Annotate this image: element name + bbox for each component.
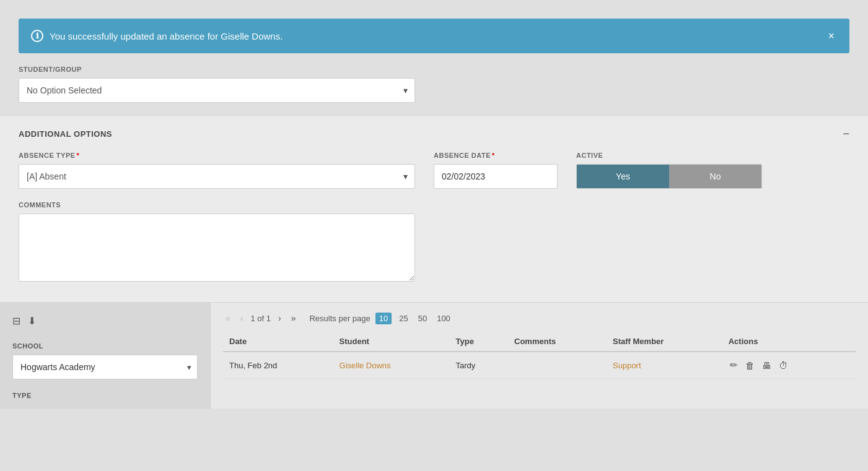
student-group-select[interactable]: No Option Selected (19, 78, 415, 103)
absence-date-required: * (492, 152, 495, 159)
cell-comments (508, 352, 607, 379)
first-page-button[interactable]: « (223, 312, 233, 324)
page-info: 1 of 1 (250, 314, 271, 323)
print-action-button[interactable]: 🖶 (761, 359, 773, 372)
absence-type-required: * (77, 152, 80, 159)
active-no-button[interactable]: No (669, 165, 761, 188)
school-select[interactable]: Hogwarts Academy (12, 355, 198, 379)
options-row: ABSENCE TYPE* [A] Absent ▾ ABSENCE DATE* (19, 152, 849, 189)
cell-actions: ✏ 🗑 🖶 ⏱ (722, 352, 856, 379)
alert-banner: ℹ You successfully updated an absence fo… (19, 19, 849, 53)
col-student: Student (333, 332, 450, 352)
school-select-wrapper: Hogwarts Academy ▾ (12, 355, 198, 379)
per-page-10-button[interactable]: 10 (375, 313, 392, 324)
table-body: Thu, Feb 2nd Giselle Downs Tardy Support… (223, 352, 856, 379)
col-date: Date (223, 332, 333, 352)
results-per-page-label: Results per page (309, 314, 370, 323)
type-label: TYPE (12, 392, 198, 399)
delete-action-button[interactable]: 🗑 (744, 359, 756, 372)
active-toggle: Yes No (576, 164, 762, 189)
student-group-section: STUDENT/GROUP No Option Selected ▾ (0, 53, 868, 115)
bottom-section: ⊟ ⬇ SCHOOL Hogwarts Academy ▾ TYPE « ‹ 1… (0, 303, 868, 408)
active-toggle-group: ACTIVE Yes No (576, 152, 762, 189)
sidebar: ⊟ ⬇ SCHOOL Hogwarts Academy ▾ TYPE (0, 303, 211, 408)
cell-date: Thu, Feb 2nd (223, 352, 333, 379)
results-table: Date Student Type Comments Staff Member … (223, 332, 856, 379)
prev-page-button[interactable]: ‹ (238, 312, 246, 324)
col-comments: Comments (508, 332, 607, 352)
sidebar-tools: ⊟ ⬇ (12, 312, 198, 330)
edit-action-button[interactable]: ✏ (729, 358, 739, 372)
alert-close-button[interactable]: × (825, 30, 837, 41)
col-actions: Actions (722, 332, 856, 352)
absence-type-group: ABSENCE TYPE* [A] Absent ▾ (19, 152, 415, 189)
collapse-button[interactable]: − (843, 128, 849, 139)
next-page-button[interactable]: › (276, 312, 284, 324)
filter-icon[interactable]: ⊟ (12, 315, 20, 327)
absence-date-label: ABSENCE DATE* (434, 152, 558, 159)
col-type: Type (450, 332, 508, 352)
alert-message: You successfully updated an absence for … (50, 31, 283, 41)
results-area: « ‹ 1 of 1 › » Results per page 10 25 50… (211, 303, 868, 408)
active-label: ACTIVE (576, 152, 762, 159)
pagination-row: « ‹ 1 of 1 › » Results per page 10 25 50… (223, 312, 856, 324)
school-label: SCHOOL (12, 342, 198, 350)
download-icon[interactable]: ⬇ (28, 315, 36, 327)
comments-label: COMMENTS (19, 201, 849, 209)
table-header: Date Student Type Comments Staff Member … (223, 332, 856, 352)
student-link[interactable]: Giselle Downs (340, 361, 391, 370)
student-group-select-wrapper: No Option Selected ▾ (19, 78, 415, 103)
last-page-button[interactable]: » (289, 312, 299, 324)
comments-textarea[interactable] (19, 214, 415, 282)
absence-date-input[interactable] (434, 164, 558, 189)
per-page-100-button[interactable]: 100 (434, 313, 453, 324)
alert-banner-content: ℹ You successfully updated an absence fo… (31, 30, 283, 42)
per-page-25-button[interactable]: 25 (397, 313, 410, 324)
student-group-label: STUDENT/GROUP (19, 66, 849, 73)
cell-student: Giselle Downs (333, 352, 450, 379)
comments-row: COMMENTS (19, 201, 849, 283)
absence-type-label: ABSENCE TYPE* (19, 152, 415, 159)
additional-options-section: ADDITIONAL OPTIONS − ABSENCE TYPE* [A] A… (0, 115, 868, 303)
per-page-50-button[interactable]: 50 (416, 313, 429, 324)
table-row: Thu, Feb 2nd Giselle Downs Tardy Support… (223, 352, 856, 379)
section-title: ADDITIONAL OPTIONS (19, 129, 112, 139)
page-wrapper: ℹ You successfully updated an absence fo… (0, 0, 868, 471)
absence-type-select[interactable]: [A] Absent (19, 164, 415, 189)
section-header: ADDITIONAL OPTIONS − (19, 128, 849, 139)
cell-staff-member: Support (607, 352, 722, 379)
action-icons: ✏ 🗑 🖶 ⏱ (729, 358, 849, 372)
staff-member-link[interactable]: Support (613, 361, 641, 370)
col-staff-member: Staff Member (607, 332, 722, 352)
info-icon: ℹ (31, 30, 43, 42)
absence-type-select-wrapper: [A] Absent ▾ (19, 164, 415, 189)
active-yes-button[interactable]: Yes (577, 165, 669, 188)
absence-date-group: ABSENCE DATE* (434, 152, 558, 189)
clock-action-button[interactable]: ⏱ (778, 359, 789, 372)
table-header-row: Date Student Type Comments Staff Member … (223, 332, 856, 352)
cell-type: Tardy (450, 352, 508, 379)
